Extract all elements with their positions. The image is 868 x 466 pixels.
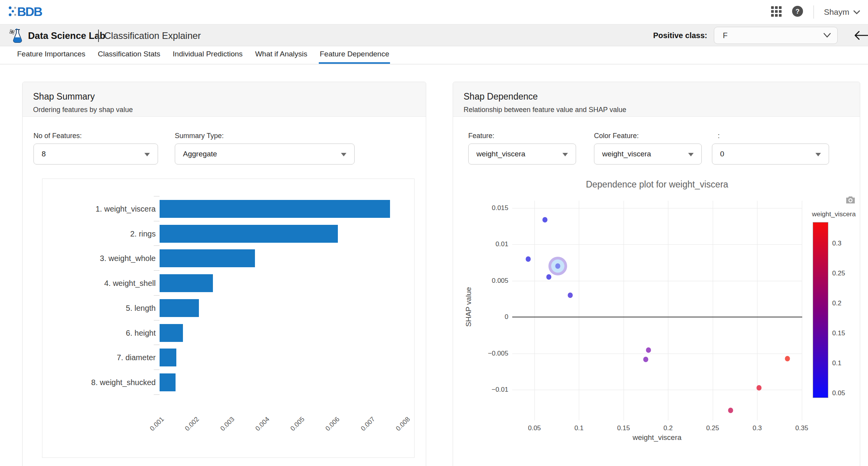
- index-select[interactable]: 0: [712, 144, 829, 165]
- num-features-select[interactable]: 8: [33, 144, 158, 165]
- tab-classification-stats[interactable]: Classification Stats: [98, 46, 160, 64]
- bar-diameter[interactable]: [160, 349, 176, 366]
- bdb-logo[interactable]: BDB: [7, 3, 50, 22]
- category-tick: [154, 295, 160, 296]
- summary-type-select[interactable]: Aggregate: [175, 144, 355, 165]
- colorbar-tick-label: 0.25: [832, 270, 845, 277]
- page-title: Classification Explainer: [104, 30, 201, 41]
- bar-length[interactable]: [160, 299, 199, 317]
- bar-height[interactable]: [160, 324, 183, 342]
- scatter-x-tick-label: 0.35: [795, 424, 808, 432]
- shap-summary-title: Shap Summary: [33, 91, 426, 102]
- svg-text:?: ?: [795, 8, 799, 15]
- gridline-vertical: [713, 201, 713, 420]
- bar-weight_whole[interactable]: [160, 249, 255, 267]
- bar-x-tick-label: 0.006: [324, 415, 341, 433]
- gridline-horizontal: [512, 354, 802, 354]
- gridline-vertical: [624, 201, 624, 420]
- scatter-x-tick-label: 0.3: [753, 424, 762, 432]
- chevron-down-icon: [823, 33, 831, 38]
- scatter-point[interactable]: [756, 385, 761, 391]
- dropdown-caret-icon: [815, 153, 821, 156]
- scatter-point[interactable]: [728, 408, 733, 413]
- shap-summary-subtitle: Ordering features by shap value: [33, 106, 426, 114]
- scatter-y-axis-label: SHAP value: [464, 287, 473, 327]
- app-title: Data Science Lab: [28, 30, 105, 41]
- feature-select[interactable]: weight_viscera: [468, 144, 576, 165]
- bar-category-label: 6. height: [42, 324, 156, 342]
- index-label: :: [718, 132, 720, 140]
- bar-weight_shucked[interactable]: [160, 373, 176, 391]
- back-arrow-icon[interactable]: [853, 30, 868, 42]
- scatter-x-tick-label: 0.25: [706, 424, 719, 432]
- color-feature-select[interactable]: weight_viscera: [594, 144, 702, 165]
- tab-feature-dependence[interactable]: Feature Dependence: [320, 46, 389, 64]
- scatter-y-tick-label: 0: [473, 313, 508, 321]
- scatter-point[interactable]: [785, 356, 790, 361]
- bar-category-label: 4. weight_shell: [42, 274, 156, 292]
- scatter-point[interactable]: [543, 217, 548, 222]
- help-icon[interactable]: ?: [792, 5, 803, 19]
- zero-line: [512, 317, 802, 317]
- shap-summary-header: Shap Summary Ordering features by shap v…: [23, 82, 426, 117]
- shap-dependence-title: Shap Dependence: [464, 91, 860, 102]
- bar-category-label: 3. weight_whole: [42, 249, 156, 267]
- scatter-point[interactable]: [568, 293, 573, 298]
- shap-summary-chart: 1. weight_viscera2. rings3. weight_whole…: [42, 179, 415, 458]
- feature-label: Feature:: [468, 132, 494, 140]
- shap-dependence-subtitle: Relationship between feature value and S…: [464, 106, 860, 114]
- positive-class-label: Positive class:: [653, 31, 707, 40]
- category-tick: [154, 345, 160, 345]
- category-tick: [154, 320, 160, 321]
- bar-category-label: 8. weight_shucked: [42, 373, 156, 391]
- selected-scatter-point[interactable]: [555, 263, 560, 269]
- scatter-y-tick-label: −0.01: [473, 386, 508, 394]
- bar-x-tick-label: 0.002: [184, 415, 201, 433]
- num-features-label: No of Features:: [33, 132, 82, 140]
- scatter-point[interactable]: [646, 347, 651, 353]
- scatter-point[interactable]: [546, 274, 551, 280]
- colorbar-title: weight_viscera: [812, 210, 856, 218]
- gridline-horizontal: [512, 208, 802, 208]
- bar-rows: 1. weight_viscera2. rings3. weight_whole…: [42, 179, 415, 412]
- dependence-plot-title: Dependence plot for weight_viscera: [586, 179, 728, 190]
- tab-feature-importances[interactable]: Feature Importances: [17, 46, 85, 64]
- bar-x-tick-label: 0.005: [289, 415, 306, 433]
- scatter-y-tick-label: 0.015: [473, 204, 508, 212]
- category-tick: [154, 270, 160, 271]
- colorbar: [813, 222, 828, 398]
- index-value: 0: [720, 150, 724, 158]
- bar-weight_shell[interactable]: [160, 274, 213, 292]
- gridline-vertical: [802, 201, 802, 420]
- colorbar-tick-label: 0.1: [832, 359, 842, 367]
- dropdown-caret-icon: [144, 153, 150, 156]
- camera-icon[interactable]: [845, 196, 856, 206]
- scatter-point[interactable]: [525, 256, 531, 262]
- bar-x-axis: 0.0010.0020.0030.0040.0050.0060.0070.008: [160, 412, 414, 455]
- user-menu[interactable]: Shaym: [824, 7, 860, 17]
- color-feature-label: Color Feature:: [594, 132, 639, 140]
- apps-grid-icon[interactable]: [771, 6, 782, 18]
- tab-individual-predictions[interactable]: Individual Predictions: [173, 46, 243, 64]
- top-bar: BDB ? Shaym: [0, 0, 868, 24]
- positive-class-select[interactable]: F: [714, 27, 838, 44]
- positive-class-value: F: [723, 31, 727, 40]
- scatter-x-tick-label: 0.2: [664, 424, 673, 432]
- bar-rings[interactable]: [160, 225, 338, 243]
- summary-type-label: Summary Type:: [175, 132, 224, 140]
- tab-what-if-analysis[interactable]: What if Analysis: [255, 46, 307, 64]
- dropdown-caret-icon: [688, 153, 694, 156]
- bar-x-tick-label: 0.008: [394, 415, 411, 433]
- dropdown-caret-icon: [562, 153, 568, 156]
- category-tick: [154, 394, 160, 395]
- bar-weight_viscera[interactable]: [160, 200, 390, 218]
- title-divider: [98, 30, 99, 42]
- topbar-divider: [814, 5, 814, 19]
- bar-x-tick-label: 0.007: [359, 415, 376, 433]
- bar-category-label: 1. weight_viscera: [42, 200, 156, 218]
- feature-value: weight_viscera: [476, 150, 525, 158]
- colorbar-tick-label: 0.05: [832, 389, 845, 397]
- scatter-point[interactable]: [643, 357, 648, 362]
- gridline-horizontal: [512, 244, 802, 245]
- category-tick: [154, 245, 160, 246]
